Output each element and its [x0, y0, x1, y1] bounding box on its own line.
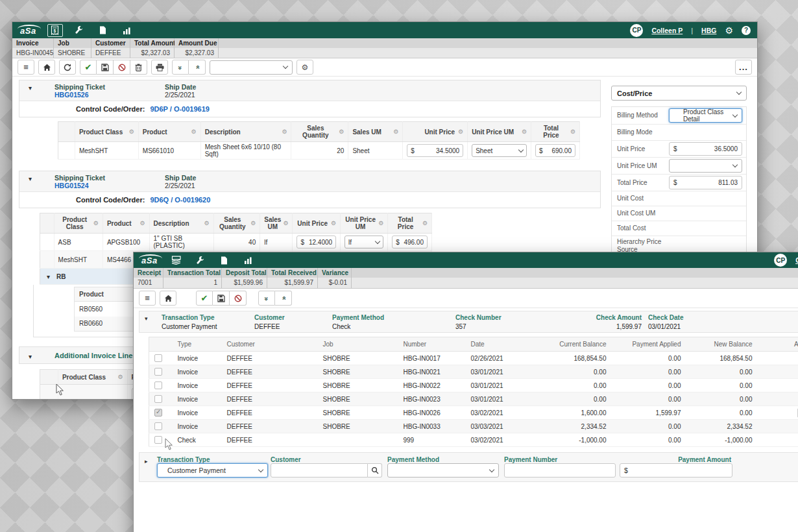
group-collapse-caret-icon[interactable]: ▾	[47, 273, 50, 280]
panel-view-select[interactable]: Cost/Price	[611, 86, 747, 101]
control-code-label: Control Code/Order:	[76, 105, 145, 113]
invoice-module-icon[interactable]: $	[47, 24, 63, 37]
view-select[interactable]	[210, 60, 293, 75]
payment-method-select[interactable]	[387, 463, 499, 478]
user-name-link[interactable]: Colleen P	[651, 27, 683, 34]
row-checkbox[interactable]	[154, 395, 162, 403]
approve-button[interactable]: ✔	[196, 291, 213, 306]
total-price-input[interactable]: $690.00	[535, 144, 575, 157]
row-checkbox[interactable]	[154, 436, 162, 444]
customer-search-button[interactable]	[368, 463, 382, 478]
shipping-ticket-link[interactable]: HBG01526	[54, 91, 89, 99]
column-gear-icon[interactable]: ⚙	[250, 220, 256, 226]
unit-price-um-select[interactable]: Sheet	[472, 144, 527, 157]
payment-number-input[interactable]	[504, 463, 616, 478]
unit-price-input[interactable]: $34.5000	[407, 144, 463, 157]
column-gear-icon[interactable]: ⚙	[378, 220, 383, 226]
reports-chart-icon[interactable]	[119, 24, 135, 37]
total-price-input[interactable]: $496.00	[392, 236, 428, 248]
open-item-row[interactable]: Invoice DEFFEE SHOBRE HBG-IN0023 03/01/2…	[149, 393, 798, 406]
invoice-line-row[interactable]: ASB APGSB100 1" GTI SB (PLASTIC) 40 lf $…	[40, 234, 432, 251]
menu-button[interactable]: ≡	[18, 60, 34, 75]
column-gear-icon[interactable]: ⚙	[282, 128, 287, 135]
cash-receipts-icon[interactable]	[169, 254, 184, 267]
org-link[interactable]: HBG	[701, 27, 716, 34]
field-label: Total Cost	[617, 224, 669, 232]
row-checkbox[interactable]	[154, 409, 162, 417]
expand-all-button[interactable]: »	[258, 291, 275, 306]
view-settings-gear-button[interactable]: ⚙	[296, 60, 313, 75]
collapse-caret-icon[interactable]: ▾	[29, 353, 32, 360]
open-item-row[interactable]: Check DEFFEE 999 03/02/2021 -1,000.00 0.…	[149, 433, 798, 447]
collapse-caret-icon[interactable]: ▾	[29, 175, 32, 182]
unit-price-input[interactable]: $12.4000	[296, 236, 336, 248]
more-button[interactable]: ...	[735, 60, 752, 75]
document-icon[interactable]	[95, 24, 111, 37]
open-item-row[interactable]: Invoice DEFFEE SHOBRE HBG-IN0033 03/03/2…	[149, 420, 798, 433]
column-gear-icon[interactable]: ⚙	[93, 220, 99, 226]
column-gear-icon[interactable]: ⚙	[191, 128, 197, 135]
column-gear-icon[interactable]: ⚙	[522, 128, 527, 135]
open-item-row[interactable]: Invoice DEFFEE SHOBRE HBG-IN0021 03/01/2…	[149, 365, 798, 379]
column-gear-icon[interactable]: ⚙	[570, 128, 575, 135]
column-gear-icon[interactable]: ⚙	[204, 220, 209, 226]
expand-caret-icon[interactable]: ▸	[145, 458, 148, 465]
user-avatar[interactable]: CP	[630, 24, 643, 37]
column-gear-icon[interactable]: ⚙	[139, 220, 145, 226]
cancel-button[interactable]	[230, 291, 247, 306]
payment-amount-input[interactable]: $	[620, 463, 732, 478]
open-item-row[interactable]: Invoice DEFFEE SHOBRE HBG-IN0022 03/01/2…	[149, 379, 798, 393]
collapse-caret-icon[interactable]: ▾	[29, 84, 32, 91]
cancel-button[interactable]	[114, 60, 130, 75]
user-name-link[interactable]: Colleen P	[795, 256, 798, 264]
tools-icon[interactable]	[71, 24, 87, 37]
transaction-type-select[interactable]: Customer Payment	[157, 463, 268, 478]
delete-button[interactable]	[130, 60, 147, 75]
unit-price-um-select[interactable]: lf	[345, 236, 383, 248]
unit-price-input[interactable]: $36.5000	[669, 142, 742, 156]
column-gear-icon[interactable]: ⚙	[118, 374, 123, 380]
open-item-row[interactable]: Invoice DEFFEE SHOBRE HBG-IN0017 02/26/2…	[149, 352, 798, 365]
help-icon[interactable]: ?	[742, 26, 751, 35]
user-avatar[interactable]: CP	[774, 254, 787, 267]
total-price-input[interactable]: $811.03	[669, 176, 742, 189]
print-button[interactable]	[151, 60, 168, 75]
customer-input[interactable]	[271, 463, 368, 478]
collapse-caret-icon[interactable]: ▾	[145, 315, 148, 322]
column-gear-icon[interactable]: ⚙	[458, 128, 463, 135]
unit-price-um-select[interactable]	[669, 159, 742, 173]
column-gear-icon[interactable]: ⚙	[393, 128, 398, 135]
billing-method-select[interactable]: Product Class Detail	[669, 108, 742, 123]
reports-chart-icon[interactable]	[241, 254, 256, 267]
tools-icon[interactable]	[193, 254, 208, 267]
row-checkbox[interactable]	[154, 422, 162, 430]
expand-all-button[interactable]: »	[172, 60, 189, 75]
column-gear-icon[interactable]: ⚙	[331, 220, 336, 226]
refresh-button[interactable]	[59, 60, 76, 75]
row-checkbox[interactable]	[154, 368, 162, 376]
receipt-toolbar: ≡ ✔ » »	[134, 289, 798, 308]
cost-price-panel: Cost/Price Billing Method Product Class …	[611, 86, 747, 256]
control-code-link[interactable]: 9D6Q / O-0019620	[150, 196, 210, 204]
control-code-link[interactable]: 9D6P / O-0019619	[150, 105, 210, 113]
collapse-all-button[interactable]: »	[275, 291, 292, 306]
home-button[interactable]	[38, 60, 55, 75]
invoice-line-row[interactable]: MeshSHT MS661010 Mesh Sheet 6x6 10/10 (8…	[58, 142, 580, 160]
settings-gear-icon[interactable]: ⚙	[725, 26, 733, 35]
row-checkbox[interactable]	[154, 354, 162, 362]
column-gear-icon[interactable]: ⚙	[339, 128, 344, 135]
save-button[interactable]	[97, 60, 114, 75]
document-icon[interactable]	[217, 254, 232, 267]
home-button[interactable]	[160, 291, 176, 306]
info-total-received: Total Received $1,599.97	[267, 268, 318, 288]
row-checkbox[interactable]	[154, 381, 162, 389]
open-item-row[interactable]: Invoice DEFFEE SHOBRE HBG-IN0026 03/02/2…	[149, 406, 798, 420]
approve-button[interactable]: ✔	[80, 60, 97, 75]
shipping-ticket-link[interactable]: HBG01524	[54, 182, 89, 189]
column-gear-icon[interactable]: ⚙	[422, 220, 428, 226]
save-button[interactable]	[213, 291, 230, 306]
menu-button[interactable]: ≡	[139, 291, 156, 306]
collapse-all-button[interactable]: »	[189, 60, 206, 75]
column-gear-icon[interactable]: ⚙	[129, 128, 134, 135]
column-gear-icon[interactable]: ⚙	[283, 220, 288, 226]
